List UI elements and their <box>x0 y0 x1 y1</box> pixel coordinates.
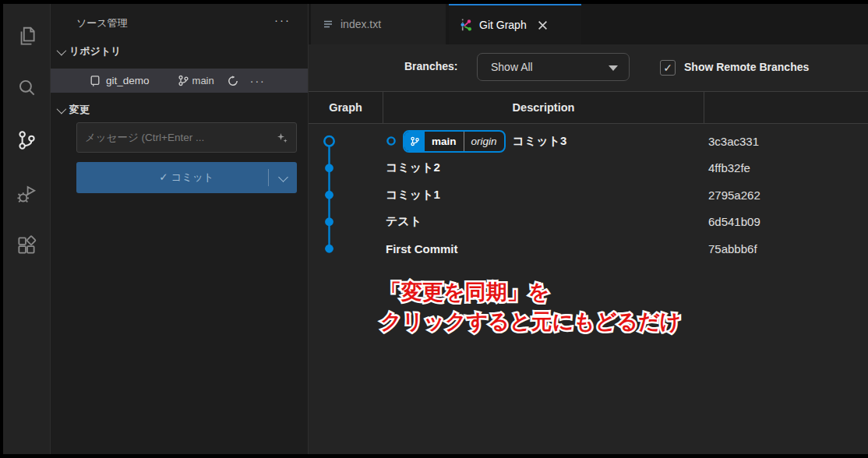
editor-area: index.txt Git Graph <box>308 4 868 454</box>
chevron-down-icon[interactable] <box>278 172 288 182</box>
column-header-extra <box>704 92 868 123</box>
commit-row[interactable]: コミット12795a262 <box>309 181 868 209</box>
commit-hash: 75abbb6f <box>708 242 757 255</box>
button-divider <box>268 169 269 186</box>
chevron-down-icon <box>609 65 618 71</box>
branches-label: Branches: <box>404 60 457 72</box>
branches-dropdown-value: Show All <box>491 61 533 73</box>
sidebar-title: ソース管理 <box>76 16 128 30</box>
repo-more-button[interactable]: ··· <box>250 75 266 87</box>
chevron-down-icon <box>57 104 67 114</box>
commit-table-header: Graph Description <box>309 91 868 124</box>
tab-bar: index.txt Git Graph <box>309 4 868 44</box>
show-remote-label[interactable]: Show Remote Branches <box>684 61 809 73</box>
repositories-section-header[interactable]: リポジトリ <box>57 44 122 58</box>
run-debug-icon[interactable] <box>15 181 38 205</box>
commit-hash: 4ffb32fe <box>708 161 750 174</box>
branch-ref-badge[interactable]: mainorigin <box>403 130 506 153</box>
source-control-icon[interactable] <box>15 129 38 152</box>
annotation-line-1: 「変更を同期」を <box>380 280 549 304</box>
tab-label: Git Graph <box>479 19 527 31</box>
ref-branch-name: main <box>425 136 464 147</box>
show-remote-checkbox[interactable] <box>660 60 676 76</box>
git-branch-icon <box>404 132 425 151</box>
commit-message: コミット1 <box>386 188 440 203</box>
commit-hash: 3c3ac331 <box>708 135 759 148</box>
commit-row[interactable]: テスト6d541b09 <box>309 209 868 236</box>
file-lines-icon <box>322 18 334 30</box>
chevron-down-icon <box>57 45 67 55</box>
commit-message: コミット2 <box>386 160 440 175</box>
commit-rows: mainoriginコミット33c3ac331コミット24ffb32feコミット… <box>309 128 868 262</box>
commit-button-label: コミット <box>159 171 213 185</box>
tab-label: index.txt <box>340 18 381 30</box>
tab-index-txt[interactable]: index.txt <box>311 4 446 44</box>
explorer-icon[interactable] <box>15 25 38 48</box>
commit-message: テスト <box>386 214 422 229</box>
commit-row[interactable]: mainoriginコミット33c3ac331 <box>309 128 868 155</box>
ref-remote-name: origin <box>464 136 504 147</box>
activity-bar <box>3 4 50 454</box>
commit-hash: 6d541b09 <box>708 215 760 228</box>
column-header-description: Description <box>383 92 704 123</box>
repo-icon <box>89 75 101 87</box>
head-indicator-icon <box>386 136 397 146</box>
commit-message: コミット3 <box>513 134 567 149</box>
repositories-section-label: リポジトリ <box>69 44 122 58</box>
commit-row[interactable]: コミット24ffb32fe <box>309 155 868 182</box>
git-branch-icon <box>178 75 189 86</box>
commit-row[interactable]: First Commit75abbb6f <box>309 235 868 262</box>
commit-message-input[interactable] <box>76 122 297 153</box>
tab-git-graph[interactable]: Git Graph <box>449 4 581 44</box>
changes-section-label: 変更 <box>69 103 90 117</box>
git-graph-logo-icon <box>460 19 473 32</box>
source-control-sidebar: ソース管理 ··· リポジトリ git_demo main <box>50 4 308 454</box>
repository-row[interactable]: git_demo main ··· <box>51 69 308 93</box>
copilot-sparkle-icon[interactable] <box>277 132 288 147</box>
vscode-window: ソース管理 ··· リポジトリ git_demo main <box>3 4 868 454</box>
close-icon[interactable] <box>538 20 548 30</box>
annotation-text: 「変更を同期」を 「変更を同期」を クリックすると元にもどるだけ クリックすると… <box>380 277 681 336</box>
sync-icon[interactable] <box>227 75 239 87</box>
branches-dropdown[interactable]: Show All <box>477 53 630 81</box>
extensions-icon[interactable] <box>15 234 38 257</box>
git-graph-webview: Branches: Show All Show Remote Branches … <box>309 44 868 454</box>
sidebar-more-button[interactable]: ··· <box>274 13 291 26</box>
repo-branch[interactable]: main <box>178 75 214 86</box>
commit-hash: 2795a262 <box>708 188 760 202</box>
column-header-graph: Graph <box>309 92 383 123</box>
changes-section-header[interactable]: 変更 <box>57 103 90 117</box>
annotation-line-2: クリックすると元にもどるだけ <box>380 310 681 333</box>
repo-name: git_demo <box>106 75 150 86</box>
commit-message: First Commit <box>386 242 458 255</box>
commit-button[interactable]: コミット <box>76 162 297 193</box>
search-icon[interactable] <box>15 76 38 100</box>
